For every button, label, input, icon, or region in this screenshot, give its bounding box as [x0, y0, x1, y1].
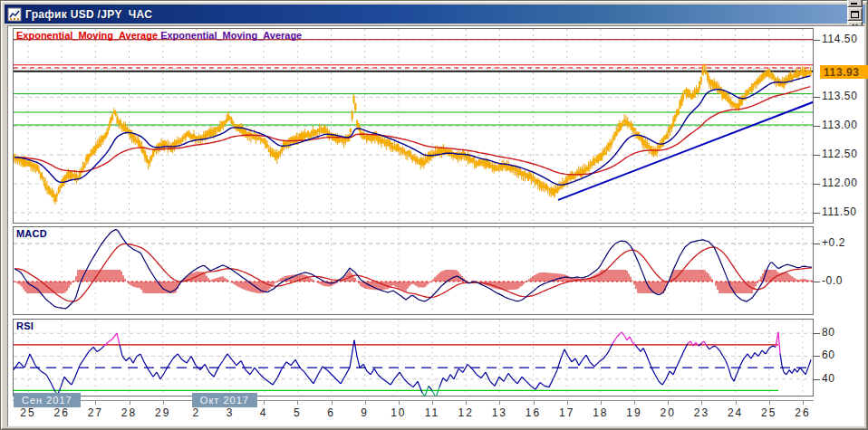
day-label: 12 [449, 406, 482, 419]
time-tick [701, 400, 702, 405]
window-title: График USD /JPY ЧАС [25, 8, 845, 21]
time-tick [399, 400, 400, 405]
maximize-icon [851, 11, 859, 18]
minimize-icon [851, 3, 857, 5]
time-tick [297, 400, 298, 405]
minimize-button[interactable] [847, 0, 863, 7]
time-tick [736, 400, 737, 405]
time-tick [365, 400, 366, 405]
chart-client-area: Exponential_Moving_Average Exponential_M… [7, 25, 864, 426]
time-tick [264, 400, 265, 405]
day-label: 29 [147, 406, 179, 419]
time-tick [332, 400, 333, 405]
day-label: 3 [214, 406, 246, 419]
day-label: 9 [349, 406, 381, 419]
axis-tick-label: 111.50 [822, 205, 857, 218]
day-label: 19 [618, 406, 651, 419]
axis-tick-label: 60 [822, 349, 835, 361]
axis-tick [814, 184, 820, 185]
axis-tick [814, 126, 820, 127]
day-label: 26 [45, 406, 78, 419]
axis-tick-label: 80 [822, 326, 835, 339]
chart-app-icon[interactable] [7, 7, 22, 22]
axis-tick [814, 282, 820, 282]
time-tick [769, 400, 770, 405]
day-label: 24 [719, 406, 752, 419]
day-label: 11 [416, 406, 448, 419]
rsi-panel-label: RSI [16, 320, 34, 331]
axis-tick-label: -0.0 [822, 274, 843, 287]
time-tick [668, 400, 669, 405]
time-tick [499, 400, 500, 405]
day-label: 10 [382, 406, 415, 419]
time-tick [534, 400, 535, 405]
day-label: 2 [180, 406, 213, 419]
ema-slow-label: Exponential_Moving_Average [160, 30, 302, 41]
day-label: 13 [483, 406, 516, 419]
axis-tick [814, 333, 820, 334]
ema-legend: Exponential_Moving_Average Exponential_M… [16, 30, 302, 41]
day-label: 5 [281, 406, 313, 419]
axis-tick [814, 155, 820, 156]
axis-tick [814, 40, 820, 41]
axis-tick-label: +0.2 [822, 236, 845, 249]
time-tick [634, 400, 635, 405]
day-label: 4 [247, 406, 280, 419]
day-label: 28 [113, 406, 146, 419]
time-tick [432, 400, 433, 405]
day-label: 17 [551, 406, 583, 419]
axis-tick-label: 114.50 [822, 33, 857, 45]
time-tick [130, 400, 130, 405]
axis-tick [814, 244, 820, 244]
maximize-button[interactable] [847, 7, 863, 21]
time-tick [163, 400, 164, 405]
time-tick [601, 400, 602, 405]
day-label: 25 [753, 406, 786, 419]
axis-tick-label: 113.50 [822, 90, 857, 102]
time-tick [567, 400, 568, 405]
axis-tick-label: 112.00 [822, 177, 857, 189]
rsi-chart-canvas[interactable] [13, 319, 814, 397]
day-label: 20 [651, 406, 684, 419]
axis-tick-label: 40 [822, 372, 835, 385]
day-label: 6 [315, 406, 348, 419]
macd-chart-canvas[interactable] [13, 226, 814, 315]
axis-tick [814, 97, 820, 98]
price-chart-canvas[interactable] [13, 28, 814, 224]
axis-tick-label: 113.00 [822, 119, 857, 131]
axis-tick [814, 213, 820, 214]
day-label: 16 [517, 406, 550, 419]
day-label: 25 [12, 406, 44, 419]
time-tick [95, 400, 96, 405]
ema-fast-label: Exponential_Moving_Average [16, 30, 158, 41]
time-tick [466, 400, 467, 405]
window-titlebar[interactable]: График USD /JPY ЧАС × [5, 5, 865, 24]
current-price-tag: 113.93 [820, 65, 868, 79]
axis-tick [814, 356, 820, 357]
chart-window: График USD /JPY ЧАС × Exponential_Moving… [0, 0, 868, 430]
axis-tick-label: 112.50 [822, 148, 857, 160]
day-label: 23 [685, 406, 718, 419]
time-tick [803, 400, 804, 405]
day-label: 26 [786, 406, 819, 419]
month-badge: Сен 2017 [14, 393, 81, 407]
time-axis-line [13, 400, 814, 401]
day-label: 18 [584, 406, 617, 419]
day-label: 27 [79, 406, 111, 419]
axis-tick [814, 379, 820, 380]
macd-panel-label: MACD [16, 228, 47, 239]
month-badge: Окт 2017 [192, 393, 257, 407]
